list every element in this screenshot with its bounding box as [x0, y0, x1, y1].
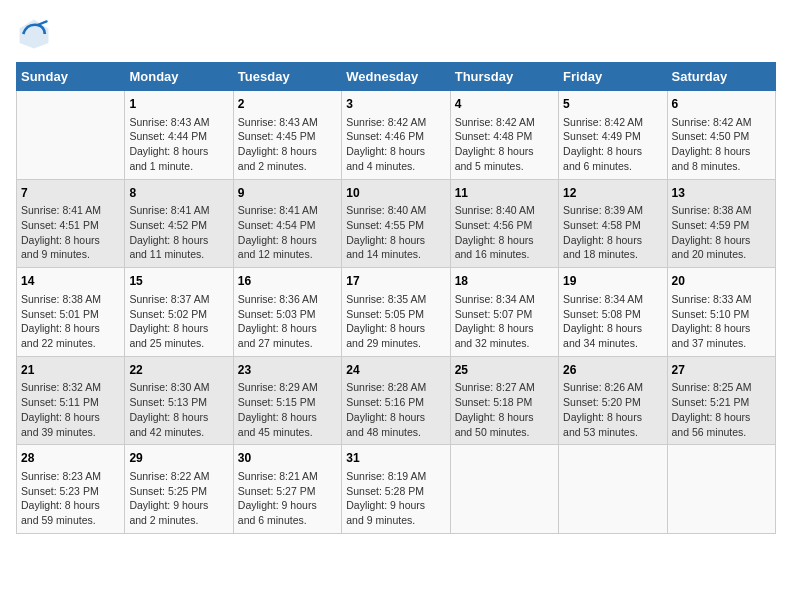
calendar-cell: 17Sunrise: 8:35 AMSunset: 5:05 PMDayligh…: [342, 268, 450, 357]
cell-line: Sunset: 5:28 PM: [346, 484, 445, 499]
calendar-cell: 20Sunrise: 8:33 AMSunset: 5:10 PMDayligh…: [667, 268, 775, 357]
calendar-cell: 7Sunrise: 8:41 AMSunset: 4:51 PMDaylight…: [17, 179, 125, 268]
cell-line: Sunset: 5:20 PM: [563, 395, 662, 410]
cell-line: Daylight: 8 hours: [238, 233, 337, 248]
calendar-cell: 28Sunrise: 8:23 AMSunset: 5:23 PMDayligh…: [17, 445, 125, 534]
cell-line: and 12 minutes.: [238, 247, 337, 262]
calendar-cell: 26Sunrise: 8:26 AMSunset: 5:20 PMDayligh…: [559, 356, 667, 445]
cell-line: Daylight: 8 hours: [672, 233, 771, 248]
calendar-cell: 2Sunrise: 8:43 AMSunset: 4:45 PMDaylight…: [233, 91, 341, 180]
day-number: 25: [455, 362, 554, 379]
cell-line: Sunset: 4:54 PM: [238, 218, 337, 233]
cell-line: Sunset: 5:01 PM: [21, 307, 120, 322]
cell-line: and 9 minutes.: [346, 513, 445, 528]
cell-line: Sunrise: 8:41 AM: [238, 203, 337, 218]
cell-line: Sunrise: 8:35 AM: [346, 292, 445, 307]
cell-line: and 11 minutes.: [129, 247, 228, 262]
calendar-cell: 12Sunrise: 8:39 AMSunset: 4:58 PMDayligh…: [559, 179, 667, 268]
cell-line: and 48 minutes.: [346, 425, 445, 440]
calendar-cell: [559, 445, 667, 534]
day-number: 3: [346, 96, 445, 113]
day-number: 29: [129, 450, 228, 467]
week-row-5: 28Sunrise: 8:23 AMSunset: 5:23 PMDayligh…: [17, 445, 776, 534]
day-number: 22: [129, 362, 228, 379]
cell-line: Daylight: 8 hours: [238, 144, 337, 159]
col-header-thursday: Thursday: [450, 63, 558, 91]
col-header-monday: Monday: [125, 63, 233, 91]
cell-line: and 25 minutes.: [129, 336, 228, 351]
cell-line: Sunset: 4:45 PM: [238, 129, 337, 144]
cell-line: Sunset: 4:44 PM: [129, 129, 228, 144]
cell-line: and 1 minute.: [129, 159, 228, 174]
day-number: 9: [238, 185, 337, 202]
cell-line: Sunrise: 8:34 AM: [455, 292, 554, 307]
cell-line: Daylight: 8 hours: [346, 321, 445, 336]
day-number: 6: [672, 96, 771, 113]
cell-line: Sunrise: 8:42 AM: [672, 115, 771, 130]
col-header-saturday: Saturday: [667, 63, 775, 91]
cell-line: Daylight: 8 hours: [129, 410, 228, 425]
cell-line: and 53 minutes.: [563, 425, 662, 440]
cell-line: Sunset: 5:13 PM: [129, 395, 228, 410]
day-number: 23: [238, 362, 337, 379]
cell-line: Sunset: 5:07 PM: [455, 307, 554, 322]
cell-line: Sunrise: 8:42 AM: [455, 115, 554, 130]
cell-line: Sunrise: 8:21 AM: [238, 469, 337, 484]
day-number: 11: [455, 185, 554, 202]
calendar-cell: 1Sunrise: 8:43 AMSunset: 4:44 PMDaylight…: [125, 91, 233, 180]
cell-line: Daylight: 8 hours: [563, 233, 662, 248]
cell-line: Sunrise: 8:33 AM: [672, 292, 771, 307]
calendar-cell: 21Sunrise: 8:32 AMSunset: 5:11 PMDayligh…: [17, 356, 125, 445]
col-header-friday: Friday: [559, 63, 667, 91]
cell-line: Sunset: 5:02 PM: [129, 307, 228, 322]
cell-line: Daylight: 8 hours: [238, 410, 337, 425]
calendar-cell: 18Sunrise: 8:34 AMSunset: 5:07 PMDayligh…: [450, 268, 558, 357]
cell-line: Sunset: 5:15 PM: [238, 395, 337, 410]
cell-line: Sunrise: 8:42 AM: [346, 115, 445, 130]
cell-line: Sunrise: 8:43 AM: [129, 115, 228, 130]
cell-line: Sunrise: 8:41 AM: [21, 203, 120, 218]
cell-line: and 9 minutes.: [21, 247, 120, 262]
cell-line: Sunrise: 8:38 AM: [672, 203, 771, 218]
day-number: 1: [129, 96, 228, 113]
week-row-1: 1Sunrise: 8:43 AMSunset: 4:44 PMDaylight…: [17, 91, 776, 180]
cell-line: and 5 minutes.: [455, 159, 554, 174]
calendar-cell: 9Sunrise: 8:41 AMSunset: 4:54 PMDaylight…: [233, 179, 341, 268]
cell-line: Sunrise: 8:19 AM: [346, 469, 445, 484]
cell-line: and 14 minutes.: [346, 247, 445, 262]
cell-line: Sunrise: 8:22 AM: [129, 469, 228, 484]
cell-line: Sunrise: 8:25 AM: [672, 380, 771, 395]
cell-line: Sunrise: 8:28 AM: [346, 380, 445, 395]
calendar-cell: 16Sunrise: 8:36 AMSunset: 5:03 PMDayligh…: [233, 268, 341, 357]
cell-line: and 4 minutes.: [346, 159, 445, 174]
cell-line: Sunrise: 8:34 AM: [563, 292, 662, 307]
cell-line: Sunset: 5:21 PM: [672, 395, 771, 410]
day-number: 26: [563, 362, 662, 379]
day-number: 24: [346, 362, 445, 379]
cell-line: Daylight: 8 hours: [21, 321, 120, 336]
cell-line: Sunrise: 8:42 AM: [563, 115, 662, 130]
cell-line: Sunrise: 8:30 AM: [129, 380, 228, 395]
cell-line: Sunset: 4:51 PM: [21, 218, 120, 233]
day-number: 8: [129, 185, 228, 202]
calendar-cell: 5Sunrise: 8:42 AMSunset: 4:49 PMDaylight…: [559, 91, 667, 180]
day-number: 15: [129, 273, 228, 290]
cell-line: and 50 minutes.: [455, 425, 554, 440]
day-number: 10: [346, 185, 445, 202]
cell-line: and 6 minutes.: [238, 513, 337, 528]
cell-line: Daylight: 8 hours: [563, 410, 662, 425]
cell-line: Daylight: 8 hours: [346, 144, 445, 159]
calendar-cell: 14Sunrise: 8:38 AMSunset: 5:01 PMDayligh…: [17, 268, 125, 357]
cell-line: Daylight: 9 hours: [238, 498, 337, 513]
cell-line: Sunrise: 8:43 AM: [238, 115, 337, 130]
cell-line: Daylight: 8 hours: [672, 144, 771, 159]
cell-line: Sunset: 4:56 PM: [455, 218, 554, 233]
cell-line: Daylight: 8 hours: [129, 321, 228, 336]
day-number: 7: [21, 185, 120, 202]
cell-line: and 18 minutes.: [563, 247, 662, 262]
cell-line: Sunset: 4:48 PM: [455, 129, 554, 144]
cell-line: Sunset: 5:08 PM: [563, 307, 662, 322]
day-number: 12: [563, 185, 662, 202]
cell-line: Sunset: 5:10 PM: [672, 307, 771, 322]
cell-line: and 29 minutes.: [346, 336, 445, 351]
